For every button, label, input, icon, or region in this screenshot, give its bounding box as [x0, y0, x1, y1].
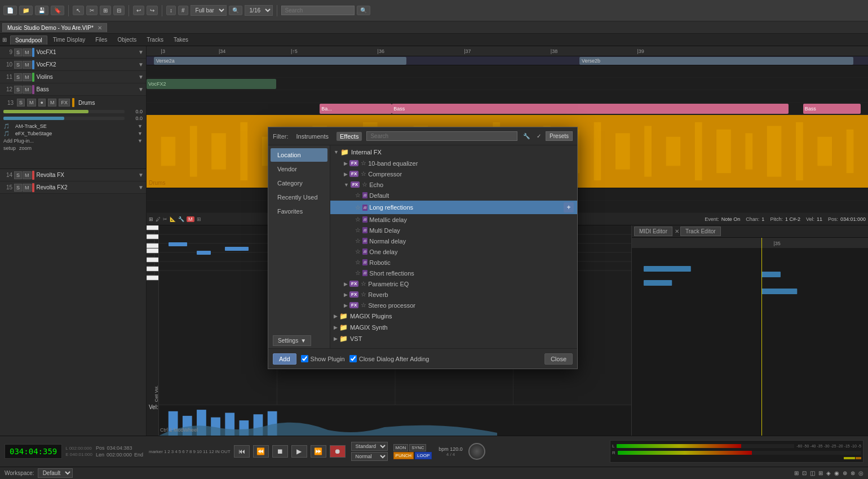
pan-slider-13[interactable]: [3, 117, 125, 120]
toolbar-btn-new[interactable]: 📄: [3, 6, 17, 15]
ws-icon-8[interactable]: ⊗: [851, 470, 855, 476]
close-dialog-checkbox[interactable]: [349, 355, 357, 362]
sp-tab-takes[interactable]: Takes: [169, 36, 193, 44]
mute-btn-10[interactable]: M: [23, 61, 32, 69]
folder-magix-synth[interactable]: ▶ 📁 MAGIX Synth: [330, 322, 577, 333]
fast-forward-btn[interactable]: ⏩: [311, 445, 326, 458]
star-long-reflections[interactable]: ☆: [355, 204, 361, 211]
search-input[interactable]: [281, 6, 355, 15]
mute-btn-9[interactable]: M: [23, 48, 32, 56]
ws-icon-2[interactable]: ⊡: [802, 470, 807, 476]
toolbar-btn-redo[interactable]: ↪: [147, 6, 158, 15]
midi-btn-13[interactable]: M: [48, 99, 57, 107]
punch-btn[interactable]: PUNCH: [393, 452, 414, 459]
mon-btn[interactable]: MON: [393, 444, 409, 451]
star-one-delay[interactable]: ☆: [355, 248, 361, 255]
star-compressor[interactable]: ☆: [361, 170, 366, 178]
ws-icon-7[interactable]: ⊕: [843, 470, 847, 476]
toolbar-btn-copy[interactable]: ⊞: [100, 6, 111, 15]
tab-music-studio[interactable]: Music Studio Demo - You Are.VIP* ✕: [2, 23, 107, 32]
track-expand-15[interactable]: ▼: [138, 184, 144, 190]
sp-tab-objects[interactable]: Objects: [113, 36, 141, 44]
tab-midi-editor[interactable]: MIDI Editor: [634, 227, 672, 236]
toolbar-btn-snap[interactable]: 🔍: [229, 6, 242, 15]
folder-magix-plugins[interactable]: ▶ 📁 MAGIX Plugins: [330, 311, 577, 322]
fullbar-select[interactable]: Full bar: [191, 5, 227, 16]
filter-check[interactable]: ✓: [537, 133, 541, 139]
toolbar-btn-cut[interactable]: ✂: [86, 6, 98, 15]
ws-icon-4[interactable]: ⊞: [818, 470, 823, 476]
sp-tab-timedisplay[interactable]: Time Display: [48, 36, 90, 44]
nav-vendor[interactable]: Vendor: [271, 162, 327, 176]
item-short-reflections[interactable]: ☆ ili Short reflections: [330, 268, 577, 278]
ws-icon-9[interactable]: ◎: [858, 470, 863, 476]
solo-btn-11[interactable]: S: [14, 73, 22, 81]
sp-tab-files[interactable]: Files: [91, 36, 112, 44]
rewind-btn[interactable]: ⏪: [253, 445, 269, 458]
ws-icon-1[interactable]: ⊞: [794, 470, 799, 476]
toolbar-btn-save[interactable]: 💾: [35, 6, 48, 15]
track-expand-10[interactable]: ▼: [138, 61, 144, 68]
fx-btn-13[interactable]: FX: [59, 99, 70, 107]
search-button[interactable]: 🔍: [357, 6, 370, 15]
play-btn[interactable]: ▶: [291, 445, 307, 458]
piano-roll-expand[interactable]: ⊞: [149, 216, 153, 222]
star-echo[interactable]: ☆: [362, 181, 367, 188]
star-normal-delay[interactable]: ☆: [355, 237, 361, 245]
solo-btn-10[interactable]: S: [14, 61, 22, 69]
add-plugin-arrow[interactable]: ▼: [138, 138, 143, 144]
item-stereo-processor[interactable]: ▶ FX ☆ Stereo processor: [330, 300, 577, 311]
toolbar-btn-open[interactable]: 📁: [19, 6, 33, 15]
nav-recently-used[interactable]: Recently Used: [271, 190, 327, 204]
workspace-select[interactable]: Default: [38, 468, 73, 478]
star-parametric-eq[interactable]: ☆: [361, 280, 366, 287]
star-reverb[interactable]: ☆: [361, 291, 366, 298]
midi-editor-close[interactable]: ✕: [675, 228, 679, 234]
ws-icon-5[interactable]: ◈: [826, 470, 831, 476]
mute-btn-12[interactable]: M: [23, 86, 32, 94]
solo-btn-14[interactable]: S: [14, 171, 22, 179]
toolbar-btn-tool[interactable]: ↕: [166, 6, 176, 15]
close-btn[interactable]: Close: [544, 353, 573, 365]
nav-category[interactable]: Category: [271, 176, 327, 190]
item-10band-eq[interactable]: ▶ FX ☆ 10-band equalizer: [330, 158, 577, 168]
solo-btn-13[interactable]: S: [17, 99, 25, 107]
normal-select[interactable]: Normal: [351, 452, 388, 461]
track-expand-14[interactable]: ▼: [138, 172, 144, 178]
toolbar-btn-paste[interactable]: ⊟: [113, 6, 125, 15]
star-stereo-processor[interactable]: ☆: [361, 301, 366, 309]
solo-btn-15[interactable]: S: [14, 184, 22, 192]
toolbar-btn-grid[interactable]: #: [178, 6, 188, 15]
plugin-expand-2[interactable]: ▼: [138, 131, 143, 136]
item-default[interactable]: ☆ ili Default: [330, 190, 577, 201]
piano-roll-tool-5[interactable]: ⊞: [197, 216, 201, 222]
star-default[interactable]: ☆: [355, 192, 361, 199]
item-robotic[interactable]: ☆ ili Robotic: [330, 257, 577, 268]
ws-icon-3[interactable]: ◫: [810, 470, 815, 476]
record-btn[interactable]: ⏺: [330, 445, 346, 458]
folder-vst[interactable]: ▶ 📁 VST: [330, 333, 577, 344]
toolbar-btn-save2[interactable]: 🔖: [51, 6, 64, 15]
zoom-select[interactable]: 1/16: [245, 5, 273, 16]
filter-tab-instruments[interactable]: Instruments: [293, 132, 332, 141]
nav-favorites[interactable]: Favorites: [271, 205, 327, 218]
presets-btn[interactable]: Presets: [546, 131, 573, 141]
settings-btn[interactable]: Settings ▼: [273, 335, 311, 346]
star-short-reflections[interactable]: ☆: [355, 269, 361, 277]
filter-tab-effects[interactable]: Effects: [336, 132, 362, 141]
expand-icon[interactable]: ⊞: [2, 37, 7, 43]
tab-close-btn[interactable]: ✕: [98, 25, 102, 31]
tab-track-editor[interactable]: Track Editor: [680, 227, 721, 236]
item-multi-delay[interactable]: ☆ ili Multi Delay: [330, 225, 577, 236]
add-btn[interactable]: Add: [273, 353, 296, 365]
star-10band[interactable]: ☆: [361, 159, 366, 167]
star-metallic-delay[interactable]: ☆: [355, 216, 361, 223]
nav-location[interactable]: Location: [271, 148, 327, 162]
add-plugin-label[interactable]: Add Plug-in...: [3, 138, 136, 144]
item-normal-delay[interactable]: ☆ ili Normal delay: [330, 236, 577, 246]
mute-btn-14[interactable]: M: [23, 171, 32, 179]
zoom-btn[interactable]: zoom: [19, 145, 32, 151]
monitor-btn-13[interactable]: ●: [38, 99, 46, 107]
toolbar-btn-cursor[interactable]: ↖: [73, 6, 84, 15]
star-robotic[interactable]: ☆: [355, 259, 361, 266]
